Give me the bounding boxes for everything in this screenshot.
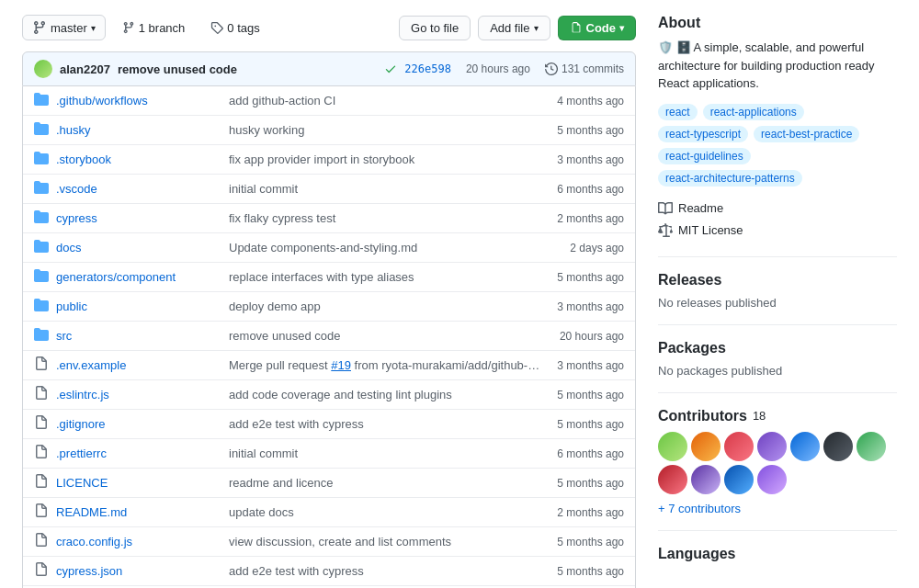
file-time: 2 months ago (557, 212, 624, 225)
file-icon (34, 503, 49, 521)
readme-icon (658, 201, 673, 216)
commit-author[interactable]: alan2207 (60, 62, 110, 76)
contributor-avatar[interactable] (757, 465, 787, 494)
file-name[interactable]: .prettierrc (56, 447, 221, 460)
file-row: .huskyhusky working5 months ago (23, 116, 635, 145)
file-message: add e2e test with cypress (229, 417, 542, 431)
tags-label: 0 tags (227, 21, 259, 35)
packages-title: Packages (658, 340, 897, 356)
file-message: remove unused code (229, 329, 545, 343)
contributors-title: Contributors (658, 408, 747, 424)
toolbar: master ▾ 1 branch 0 tags Go to file Add … (22, 15, 636, 40)
goto-file-btn[interactable]: Go to file (399, 16, 471, 40)
file-name[interactable]: cypress (56, 211, 221, 225)
file-name[interactable]: public (56, 300, 221, 313)
contributor-avatar[interactable] (857, 432, 886, 461)
file-icon (34, 562, 49, 580)
file-name[interactable]: generators/component (56, 270, 221, 284)
chevron-code-icon: ▾ (619, 23, 624, 33)
file-name[interactable]: cypress.json (56, 564, 221, 578)
file-time: 5 months ago (557, 418, 624, 431)
file-message: fix app provider import in storybook (229, 153, 542, 166)
file-name[interactable]: .env.example (56, 358, 221, 372)
file-name[interactable]: craco.config.js (56, 535, 221, 548)
topic-tag[interactable]: react-guidelines (658, 148, 751, 164)
file-icon (34, 474, 49, 492)
history-icon (545, 62, 558, 75)
file-row: .github/workflowsadd github-action CI4 m… (23, 86, 635, 116)
file-message: update docs (229, 505, 542, 519)
folder-icon (34, 151, 49, 168)
contributor-avatar[interactable] (658, 465, 687, 494)
folder-icon (34, 327, 49, 345)
file-name[interactable]: .eslintrc.js (56, 388, 221, 401)
file-name[interactable]: LICENCE (56, 476, 221, 490)
contributor-avatar[interactable] (724, 465, 754, 494)
contributor-avatar[interactable] (658, 432, 687, 461)
sidebar: About 🛡️ 🗄️ A simple, scalable, and powe… (658, 15, 897, 588)
file-time: 3 months ago (557, 359, 624, 372)
contributor-avatar[interactable] (790, 432, 820, 461)
file-name[interactable]: README.md (56, 505, 221, 519)
commit-time: 20 hours ago (466, 62, 530, 75)
file-time: 5 months ago (557, 536, 624, 548)
folder-icon (34, 209, 49, 227)
pr-link[interactable]: #19 (331, 358, 351, 372)
file-message: initial commit (229, 182, 542, 196)
tags-btn[interactable]: 0 tags (201, 17, 268, 40)
license-link[interactable]: MIT License (658, 220, 897, 242)
code-btn[interactable]: Code ▾ (558, 16, 637, 40)
divider-3 (658, 392, 897, 393)
topic-tag[interactable]: react-best-practice (754, 126, 859, 142)
file-name[interactable]: .github/workflows (56, 94, 221, 107)
file-message: Merge pull request #19 from ryota-muraka… (229, 358, 542, 372)
branches-btn[interactable]: 1 branch (113, 17, 195, 40)
file-name[interactable]: .storybook (56, 153, 221, 166)
file-row: cypressfix flaky cypress test2 months ag… (23, 204, 635, 233)
topic-tag[interactable]: react-applications (703, 104, 804, 120)
file-name[interactable]: .vscode (56, 182, 221, 196)
divider-1 (658, 256, 897, 257)
topic-tag[interactable]: react (658, 104, 698, 120)
divider-2 (658, 324, 897, 325)
file-row: craco.config.jsview discussion, create a… (23, 527, 635, 557)
file-time: 20 hours ago (560, 330, 624, 343)
add-file-btn[interactable]: Add file ▾ (478, 16, 550, 40)
file-name[interactable]: docs (56, 241, 221, 254)
contributor-avatar[interactable] (691, 465, 720, 494)
contributors-avatars (658, 432, 897, 494)
file-time: 6 months ago (557, 183, 624, 196)
file-table: .github/workflowsadd github-action CI4 m… (22, 86, 636, 588)
commit-hash[interactable]: 226e598 (404, 62, 451, 75)
contributor-avatar[interactable] (823, 432, 853, 461)
sidebar-links: Readme MIT License (658, 198, 897, 242)
branch-selector[interactable]: master ▾ (22, 15, 106, 40)
file-row: README.mdupdate docs2 months ago (23, 498, 635, 527)
more-contributors-link[interactable]: + 7 contributors (658, 502, 897, 515)
contributor-avatar[interactable] (691, 432, 720, 461)
file-time: 3 months ago (557, 153, 624, 166)
contributor-avatar[interactable] (757, 432, 787, 461)
file-time: 4 months ago (557, 95, 624, 107)
file-time: 5 months ago (557, 565, 624, 578)
file-time: 2 days ago (570, 242, 624, 254)
file-time: 3 months ago (557, 300, 624, 313)
file-row: publicdeploy demo app3 months ago (23, 292, 635, 322)
about-title: About (658, 15, 897, 31)
checkmark-icon (384, 62, 397, 75)
license-label: MIT License (678, 223, 743, 237)
topic-tag[interactable]: react-typescript (658, 126, 748, 142)
contributor-avatar[interactable] (724, 432, 754, 461)
file-name[interactable]: .husky (56, 123, 221, 137)
file-message: replace interfaces with type aliases (229, 270, 542, 284)
readme-link[interactable]: Readme (658, 198, 897, 220)
file-icon (34, 356, 49, 374)
file-name[interactable]: src (56, 329, 221, 343)
topic-tag[interactable]: react-architecture-patterns (658, 170, 802, 187)
file-row: generators/componentreplace interfaces w… (23, 263, 635, 292)
folder-icon (34, 239, 49, 256)
branch-icon (32, 20, 47, 35)
commit-avatar (34, 60, 52, 78)
file-name[interactable]: .gitignore (56, 417, 221, 431)
file-time: 5 months ago (557, 271, 624, 284)
